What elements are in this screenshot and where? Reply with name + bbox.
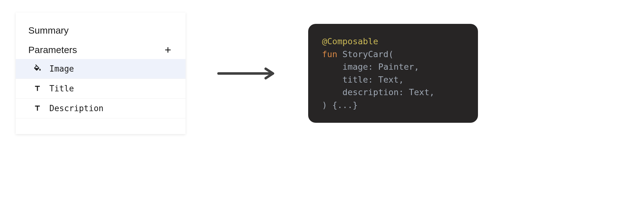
parameters-heading: Parameters <box>28 45 77 55</box>
summary-heading: Summary <box>16 25 186 45</box>
add-parameter-button[interactable] <box>163 45 173 55</box>
code-param-type: Text <box>378 75 399 84</box>
parameters-panel: Summary Parameters Image <box>16 13 186 134</box>
code-param-type: Text <box>409 87 429 97</box>
code-snippet: @Composable fun StoryCard( image: Painte… <box>308 24 478 123</box>
parameter-row-title[interactable]: Title <box>16 79 186 99</box>
code-annotation: @Composable <box>322 36 378 46</box>
text-icon <box>33 104 42 113</box>
code-body: {...} <box>332 100 358 110</box>
code-param-type: Painter <box>378 62 414 72</box>
code-function-name: StoryCard <box>342 49 388 59</box>
arrow-icon <box>217 67 277 80</box>
code-param-name: image <box>342 62 368 72</box>
parameter-label: Title <box>49 84 74 93</box>
code-param-name: description <box>342 87 399 97</box>
code-param-name: title <box>342 75 368 84</box>
fill-icon <box>33 64 42 73</box>
parameters-header: Parameters <box>16 45 186 59</box>
code-punct: ( <box>388 49 393 59</box>
parameter-row-description[interactable]: Description <box>16 99 186 118</box>
text-icon <box>33 84 42 93</box>
plus-icon <box>164 46 172 54</box>
parameter-row-image[interactable]: Image <box>16 59 186 79</box>
parameter-label: Image <box>49 64 74 73</box>
code-keyword: fun <box>322 49 337 59</box>
parameter-label: Description <box>49 104 103 113</box>
